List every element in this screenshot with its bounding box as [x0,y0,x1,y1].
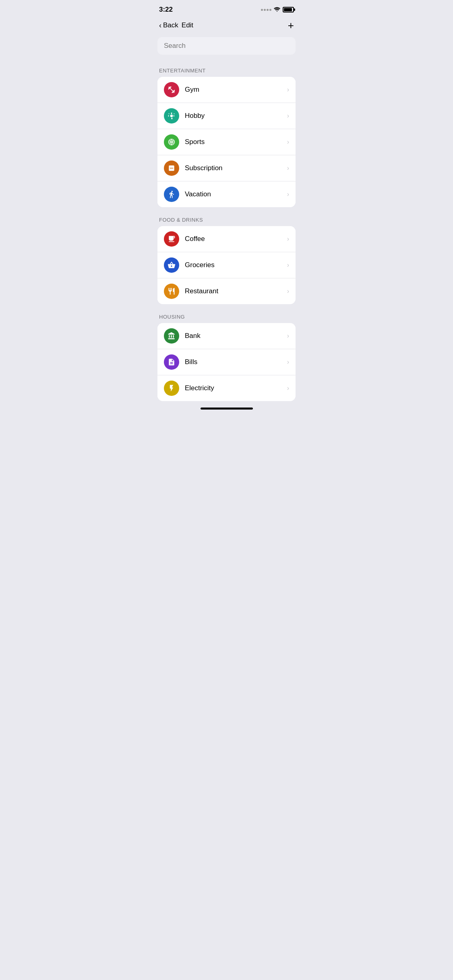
status-bar: 3:22 [151,0,302,17]
restaurant-label: Restaurant [185,287,287,295]
bills-label: Bills [185,358,287,366]
vacation-label: Vacation [185,190,287,198]
home-bar [201,408,253,410]
groceries-icon [164,257,179,273]
vacation-chevron-icon: › [287,191,289,198]
status-time: 3:22 [159,6,173,14]
list-item-coffee[interactable]: Coffee› [157,226,296,252]
gym-icon [164,82,179,97]
section-card-entertainment: Gym›Hobby›Sports›Subscription›Vacation› [157,77,296,207]
restaurant-icon [164,284,179,299]
list-item-sports[interactable]: Sports› [157,129,296,155]
hobby-label: Hobby [185,112,287,120]
subscription-label: Subscription [185,164,287,172]
wifi-icon [274,6,280,13]
coffee-icon [164,231,179,247]
battery-icon [283,7,294,12]
electricity-label: Electricity [185,384,287,392]
section-card-housing: Bank›Bills›Electricity› [157,323,296,401]
sports-icon [164,134,179,150]
sports-label: Sports [185,138,287,146]
hobby-chevron-icon: › [287,112,289,119]
list-item-groceries[interactable]: Groceries› [157,252,296,278]
back-chevron-icon: ‹ [159,21,161,30]
section-header-housing: HOUSING [151,307,302,323]
list-item-hobby[interactable]: Hobby› [157,103,296,129]
bank-label: Bank [185,332,287,340]
gym-label: Gym [185,86,287,94]
back-button[interactable]: ‹ Back Edit [159,21,193,30]
subscription-icon [164,161,179,176]
restaurant-chevron-icon: › [287,288,289,295]
coffee-chevron-icon: › [287,235,289,243]
bank-chevron-icon: › [287,332,289,340]
section-housing: HOUSINGBank›Bills›Electricity› [151,307,302,401]
sports-chevron-icon: › [287,138,289,146]
home-indicator [151,404,302,412]
list-item-subscription[interactable]: Subscription› [157,155,296,181]
list-item-bank[interactable]: Bank› [157,323,296,349]
svg-point-1 [170,115,173,117]
coffee-label: Coffee [185,235,287,243]
nav-bar: ‹ Back Edit + [151,17,302,37]
edit-label[interactable]: Edit [182,21,193,29]
bills-icon [164,354,179,370]
subscription-chevron-icon: › [287,165,289,172]
list-item-restaurant[interactable]: Restaurant› [157,278,296,304]
list-item-gym[interactable]: Gym› [157,77,296,103]
back-label: Back [163,21,178,29]
section-entertainment: ENTERTAINMENTGym›Hobby›Sports›Subscripti… [151,61,302,207]
groceries-label: Groceries [185,261,287,269]
sections-container: ENTERTAINMENTGym›Hobby›Sports›Subscripti… [151,61,302,401]
section-food-drinks: FOOD & DRINKSCoffee›Groceries›Restaurant… [151,210,302,304]
gym-chevron-icon: › [287,86,289,93]
section-card-food-drinks: Coffee›Groceries›Restaurant› [157,226,296,304]
vacation-icon [164,187,179,202]
bank-icon [164,328,179,344]
list-item-vacation[interactable]: Vacation› [157,181,296,207]
status-icons [261,6,294,13]
svg-point-0 [277,11,277,12]
list-item-bills[interactable]: Bills› [157,349,296,375]
groceries-chevron-icon: › [287,261,289,269]
bills-chevron-icon: › [287,358,289,366]
section-header-food-drinks: FOOD & DRINKS [151,210,302,226]
search-container [151,37,302,61]
section-header-entertainment: ENTERTAINMENT [151,61,302,77]
add-button[interactable]: + [288,20,294,31]
signal-icon [261,9,271,11]
hobby-icon [164,108,179,124]
electricity-icon [164,381,179,396]
search-input[interactable] [157,37,296,55]
list-item-electricity[interactable]: Electricity› [157,375,296,401]
electricity-chevron-icon: › [287,385,289,392]
